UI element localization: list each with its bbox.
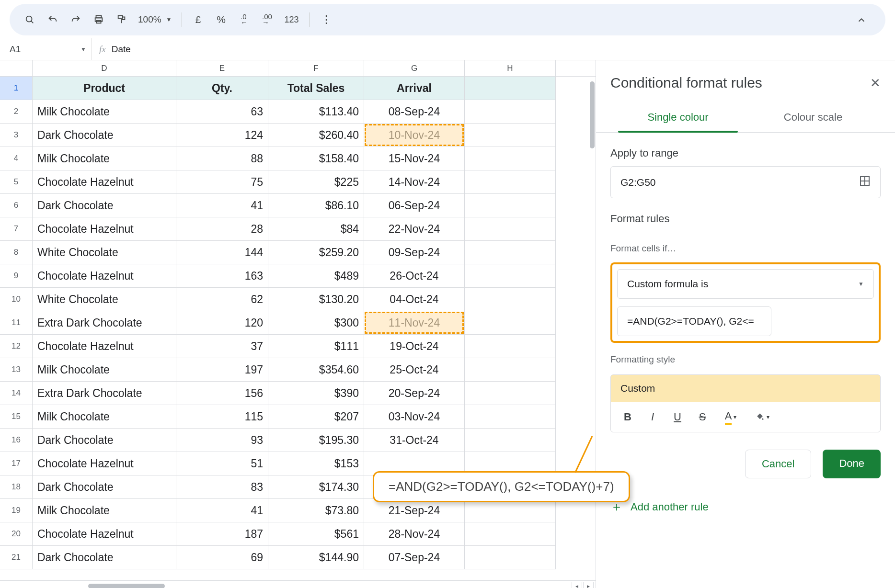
cell-empty[interactable] <box>465 147 556 170</box>
cell-arrival[interactable]: 06-Sep-24 <box>364 194 465 217</box>
cell-arrival[interactable]: 20-Sep-24 <box>364 382 465 405</box>
cell-product[interactable]: Chocolate Hazelnut <box>33 264 176 288</box>
cell-product[interactable]: Chocolate Hazelnut <box>33 170 176 194</box>
row-number[interactable]: 7 <box>0 217 33 241</box>
cell-arrival[interactable]: 26-Oct-24 <box>364 264 465 288</box>
cell-product[interactable]: Dark Chocolate <box>33 429 176 452</box>
cell-total[interactable]: $113.40 <box>268 100 364 124</box>
cell-product[interactable]: Milk Chocolate <box>33 100 176 124</box>
cell-qty[interactable]: 197 <box>176 358 268 382</box>
cell-qty[interactable]: 115 <box>176 405 268 429</box>
cell-total[interactable]: $260.40 <box>268 124 364 147</box>
row-number[interactable]: 20 <box>0 522 33 546</box>
row-number[interactable]: 1 <box>0 77 33 100</box>
cell-empty[interactable] <box>465 358 556 382</box>
formula-input[interactable]: =AND(G2>=TODAY(), G2<= <box>617 306 771 336</box>
underline-button[interactable]: U <box>667 407 688 427</box>
row-number[interactable]: 13 <box>0 358 33 382</box>
bold-button[interactable]: B <box>618 407 638 427</box>
cell-total[interactable]: $354.60 <box>268 358 364 382</box>
cell-qty[interactable]: 124 <box>176 124 268 147</box>
cell-product[interactable]: Chocolate Hazelnut <box>33 217 176 241</box>
cell-empty[interactable] <box>465 335 556 358</box>
column-header[interactable]: E <box>176 60 268 76</box>
range-input[interactable]: G2:G50 <box>610 166 881 198</box>
cell-arrival[interactable]: 25-Oct-24 <box>364 358 465 382</box>
cell-qty[interactable]: 144 <box>176 241 268 264</box>
row-number[interactable]: 17 <box>0 452 33 475</box>
cell-total[interactable]: $86.10 <box>268 194 364 217</box>
cell-qty[interactable]: 83 <box>176 475 268 499</box>
add-another-rule-button[interactable]: ＋ Add another rule <box>596 478 895 535</box>
cell-product[interactable]: Milk Chocolate <box>33 405 176 429</box>
cell-product[interactable]: Dark Chocolate <box>33 475 176 499</box>
row-number[interactable]: 5 <box>0 170 33 194</box>
search-icon[interactable] <box>19 9 40 30</box>
text-color-button[interactable]: A▾ <box>717 407 744 427</box>
more-icon[interactable]: ⋮ <box>316 9 337 30</box>
cell-qty[interactable]: 63 <box>176 100 268 124</box>
close-icon[interactable]: ✕ <box>870 76 881 90</box>
fill-color-button[interactable]: ▾ <box>749 407 776 427</box>
column-header[interactable]: G <box>364 60 465 76</box>
cell-qty[interactable]: 156 <box>176 382 268 405</box>
cell-total[interactable]: $111 <box>268 335 364 358</box>
cell-total[interactable]: $73.80 <box>268 499 364 522</box>
cell-product[interactable]: Dark Chocolate <box>33 124 176 147</box>
cell-qty[interactable]: 187 <box>176 522 268 546</box>
cell-product[interactable]: Extra Dark Chocolate <box>33 382 176 405</box>
cell-arrival[interactable]: 28-Nov-24 <box>364 522 465 546</box>
row-number[interactable]: 21 <box>0 546 33 569</box>
cell-empty[interactable] <box>465 100 556 124</box>
style-preview[interactable]: Custom <box>610 374 881 402</box>
scroll-right-icon[interactable]: ▸ <box>583 582 594 588</box>
header-cell[interactable]: Arrival <box>364 77 465 100</box>
row-number[interactable]: 19 <box>0 499 33 522</box>
row-number[interactable]: 15 <box>0 405 33 429</box>
row-number[interactable]: 3 <box>0 124 33 147</box>
cell-total[interactable]: $300 <box>268 311 364 335</box>
cell-qty[interactable]: 69 <box>176 546 268 569</box>
cell-arrival[interactable]: 31-Oct-24 <box>364 429 465 452</box>
cell-empty[interactable] <box>465 405 556 429</box>
cell-arrival[interactable]: 15-Nov-24 <box>364 147 465 170</box>
cell-total[interactable]: $225 <box>268 170 364 194</box>
cell-product[interactable]: Chocolate Hazelnut <box>33 522 176 546</box>
strikethrough-button[interactable]: S <box>692 407 712 427</box>
redo-icon[interactable] <box>65 9 86 30</box>
cell-empty[interactable] <box>465 194 556 217</box>
column-header[interactable]: H <box>465 60 556 76</box>
zoom-dropdown[interactable]: 100% ▼ <box>134 14 176 25</box>
cell-arrival[interactable]: 08-Sep-24 <box>364 100 465 124</box>
row-number[interactable]: 9 <box>0 264 33 288</box>
cell-empty[interactable] <box>465 288 556 311</box>
cell-total[interactable]: $259.20 <box>268 241 364 264</box>
cell-product[interactable]: Milk Chocolate <box>33 499 176 522</box>
cell-qty[interactable]: 51 <box>176 452 268 475</box>
cell-arrival[interactable]: 11-Nov-24 <box>364 311 465 335</box>
row-number[interactable]: 8 <box>0 241 33 264</box>
cell-total[interactable]: $195.30 <box>268 429 364 452</box>
cell-qty[interactable]: 163 <box>176 264 268 288</box>
header-cell[interactable] <box>465 77 556 100</box>
cell-arrival[interactable]: 04-Oct-24 <box>364 288 465 311</box>
row-number[interactable]: 18 <box>0 475 33 499</box>
cell-product[interactable]: Milk Chocolate <box>33 358 176 382</box>
cell-qty[interactable]: 41 <box>176 194 268 217</box>
row-number[interactable]: 14 <box>0 382 33 405</box>
row-number[interactable]: 10 <box>0 288 33 311</box>
cell-qty[interactable]: 88 <box>176 147 268 170</box>
cell-product[interactable]: White Chocolate <box>33 288 176 311</box>
decrease-decimal-button[interactable]: .0← <box>234 9 255 30</box>
row-number[interactable]: 11 <box>0 311 33 335</box>
header-cell[interactable]: Total Sales <box>268 77 364 100</box>
cell-total[interactable]: $207 <box>268 405 364 429</box>
cell-total[interactable]: $561 <box>268 522 364 546</box>
cell-arrival[interactable]: 10-Nov-24 <box>364 124 465 147</box>
cell-product[interactable]: Chocolate Hazelnut <box>33 335 176 358</box>
row-number[interactable]: 16 <box>0 429 33 452</box>
cell-empty[interactable] <box>465 264 556 288</box>
cancel-button[interactable]: Cancel <box>745 450 811 478</box>
cell-arrival[interactable]: 03-Nov-24 <box>364 405 465 429</box>
cell-empty[interactable] <box>465 311 556 335</box>
